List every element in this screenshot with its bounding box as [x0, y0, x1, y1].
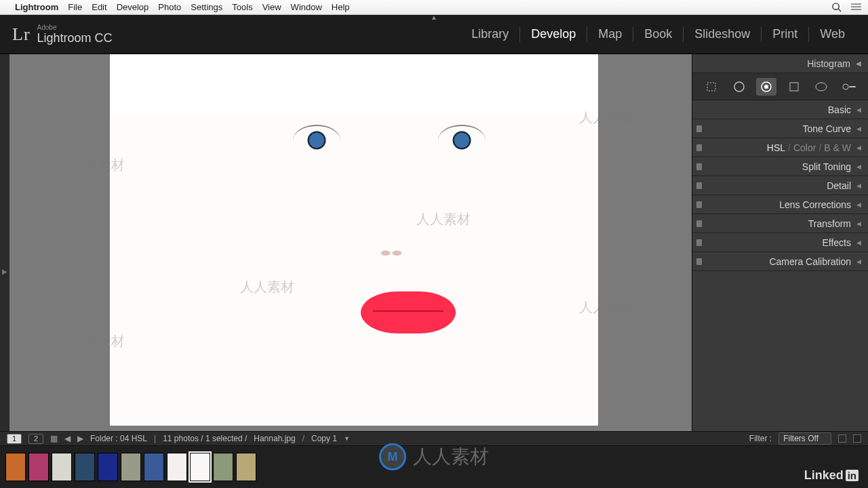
- section-label: Detail: [827, 180, 851, 191]
- second-monitor-2[interactable]: 2: [28, 434, 43, 444]
- grad-radial-tool[interactable]: [811, 78, 831, 96]
- linkedin-in-icon: in: [846, 470, 859, 481]
- filter-preset-dropdown[interactable]: Filters Off: [778, 432, 831, 445]
- section-toggle-icon[interactable]: [696, 239, 702, 246]
- panel-section-effects[interactable]: Effects◀: [692, 233, 868, 252]
- filmstrip-thumb[interactable]: [167, 453, 187, 481]
- section-collapse-icon: ◀: [856, 182, 861, 189]
- section-toggle-icon[interactable]: [696, 258, 702, 265]
- grid-view-icon[interactable]: ▦: [50, 434, 58, 443]
- brand-product: Lightroom CC: [37, 31, 113, 45]
- section-toggle-icon[interactable]: [696, 144, 702, 151]
- section-label: Camera Calibration: [769, 256, 851, 267]
- panel-section-detail[interactable]: Detail◀: [692, 176, 868, 195]
- module-web[interactable]: Web: [809, 27, 856, 41]
- crop-tool[interactable]: [701, 78, 722, 96]
- section-toggle-icon[interactable]: [696, 182, 702, 189]
- menu-settings[interactable]: Settings: [191, 2, 222, 12]
- menu-help[interactable]: Help: [332, 2, 350, 12]
- nav-fwd-icon[interactable]: ▶: [77, 434, 83, 443]
- filmstrip-thumb[interactable]: [213, 453, 233, 481]
- macos-menu-bar: Lightroom File Edit Develop Photo Settin…: [0, 0, 868, 15]
- linkedin-text: Linked: [804, 468, 844, 483]
- panel-section-tone-curve[interactable]: Tone Curve◀: [692, 119, 868, 138]
- section-toggle-icon[interactable]: [696, 201, 702, 208]
- menu-photo[interactable]: Photo: [158, 2, 181, 12]
- section-label: Basic: [828, 104, 851, 115]
- module-print[interactable]: Print: [762, 27, 808, 41]
- filmstrip-thumb[interactable]: [144, 453, 164, 481]
- section-collapse-icon: ◀: [856, 106, 861, 113]
- folder-path[interactable]: Folder : 04 HSL: [90, 434, 147, 443]
- section-label: Transform: [808, 218, 851, 229]
- module-map[interactable]: Map: [587, 27, 633, 41]
- nav-back-icon[interactable]: ◀: [64, 434, 71, 443]
- filmstrip-thumb[interactable]: [75, 453, 95, 481]
- menu-tools[interactable]: Tools: [232, 2, 252, 12]
- module-slideshow[interactable]: Slideshow: [684, 27, 761, 41]
- svg-point-6: [734, 82, 744, 92]
- module-book[interactable]: Book: [633, 27, 683, 41]
- filmstrip-thumb[interactable]: [52, 453, 72, 481]
- menu-develop[interactable]: Develop: [117, 2, 149, 12]
- image-canvas[interactable]: 人人素材 人人素材 人人素材 人人素材 人人素材 人人素材: [9, 54, 692, 488]
- linkedin-watermark: Linkedin: [804, 468, 859, 483]
- menu-file[interactable]: File: [68, 2, 82, 12]
- menu-edit[interactable]: Edit: [92, 2, 106, 12]
- left-panel-handle[interactable]: ▶: [0, 54, 9, 488]
- top-panel-caret-icon[interactable]: ▲: [431, 14, 437, 21]
- section-collapse-icon: ◀: [856, 258, 861, 265]
- module-library[interactable]: Library: [460, 27, 519, 41]
- section-toggle-icon[interactable]: [696, 220, 702, 227]
- filmstrip[interactable]: M 人人素材 Linkedin: [0, 446, 868, 488]
- module-picker: LibraryDevelopMapBookSlideshowPrintWeb: [460, 27, 856, 42]
- menu-list-icon[interactable]: [851, 3, 861, 12]
- section-collapse-icon: ◀: [856, 239, 861, 246]
- filmstrip-thumb[interactable]: [190, 453, 210, 481]
- current-filename: Hannah.jpg: [254, 434, 295, 443]
- menu-app-name[interactable]: Lightroom: [15, 2, 58, 12]
- lr-logo: Lr: [12, 24, 31, 45]
- panel-section-basic[interactable]: Basic◀: [692, 100, 868, 119]
- filmstrip-thumb[interactable]: [28, 453, 49, 481]
- lr-brand: Adobe Lightroom CC: [37, 24, 113, 45]
- panel-section-hsl-color-b-w[interactable]: HSL/Color/B & W◀: [692, 138, 868, 157]
- brush-tool[interactable]: [839, 78, 859, 96]
- filter-switch-icon[interactable]: [853, 434, 861, 443]
- filter-lock-icon[interactable]: [838, 434, 846, 443]
- filmstrip-thumb[interactable]: [121, 453, 141, 481]
- panel-section-split-toning[interactable]: Split Toning◀: [692, 157, 868, 176]
- module-develop[interactable]: Develop: [520, 27, 587, 41]
- svg-rect-12: [849, 86, 856, 87]
- section-toggle-icon[interactable]: [696, 125, 702, 132]
- panel-section-camera-calibration[interactable]: Camera Calibration◀: [692, 252, 868, 271]
- svg-point-0: [833, 3, 839, 9]
- section-collapse-icon: ◀: [856, 125, 861, 132]
- filter-label: Filter :: [749, 434, 772, 443]
- section-collapse-icon: ◀: [856, 163, 861, 170]
- redeye-tool[interactable]: [756, 78, 776, 96]
- histogram-header[interactable]: Histogram ◀: [692, 54, 868, 73]
- section-collapse-icon: ◀: [856, 220, 861, 227]
- section-collapse-icon: ◀: [856, 201, 861, 208]
- filmstrip-thumb[interactable]: [98, 453, 118, 481]
- spotlight-icon[interactable]: [831, 2, 842, 12]
- filename-dropdown-icon[interactable]: ▼: [344, 435, 350, 442]
- second-monitor-1[interactable]: 1: [7, 434, 22, 444]
- spot-tool[interactable]: [729, 78, 749, 96]
- section-toggle-icon[interactable]: [696, 163, 702, 170]
- menu-view[interactable]: View: [262, 2, 281, 12]
- panel-section-transform[interactable]: Transform◀: [692, 214, 868, 233]
- panel-section-lens-corrections[interactable]: Lens Corrections◀: [692, 195, 868, 214]
- section-label: Lens Corrections: [779, 199, 851, 210]
- svg-line-1: [838, 9, 841, 12]
- svg-rect-5: [707, 83, 715, 91]
- filmstrip-thumb[interactable]: [236, 453, 256, 481]
- svg-point-10: [816, 83, 827, 91]
- filmstrip-info-bar: 1 2 ▦ ◀ ▶ Folder : 04 HSL | 11 photos / …: [0, 431, 868, 446]
- filmstrip-thumb[interactable]: [5, 453, 26, 481]
- grad-linear-tool[interactable]: [784, 78, 804, 96]
- selection-count: 11 photos / 1 selected /: [163, 434, 247, 443]
- menu-window[interactable]: Window: [291, 2, 322, 12]
- section-label: Tone Curve: [802, 123, 851, 134]
